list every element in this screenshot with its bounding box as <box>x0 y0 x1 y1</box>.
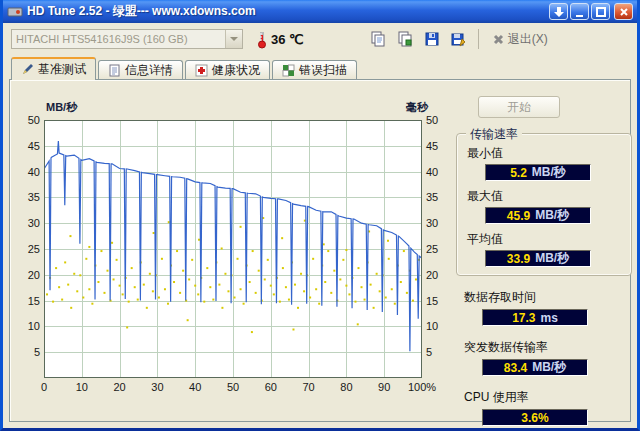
tab-health[interactable]: 健康状况 <box>185 60 270 79</box>
close-icon <box>618 6 630 18</box>
x-axis-labels: 0102030405060708090100% <box>44 381 422 395</box>
tab-error-scan-label: 错误扫描 <box>299 62 347 79</box>
axis-tick-label: 25 <box>12 243 40 255</box>
axis-tick-label: 45 <box>426 140 454 152</box>
exit-x-icon <box>492 33 505 46</box>
burst-rate-value-box: 83.4MB/秒 <box>482 359 588 376</box>
save-icon <box>424 31 440 47</box>
window-title: HD Tune 2.52 - 绿盟--- www.xdowns.com <box>27 3 256 20</box>
transfer-rate-group-title: 传输速率 <box>466 126 522 143</box>
exit-button[interactable]: 退出(X) <box>488 29 552 50</box>
results-panel: 开始 传输速率 最小值 5.2MB/秒 最大值 45.9MB/秒 平均值 33.… <box>454 80 636 421</box>
tab-info-label: 信息详情 <box>125 62 173 79</box>
pen-icon <box>21 63 34 76</box>
maximize-button[interactable] <box>591 3 610 20</box>
tab-info[interactable]: 信息详情 <box>98 60 183 79</box>
min-value-box: 5.2MB/秒 <box>485 164 591 181</box>
info-icon <box>108 64 121 77</box>
benchmark-page: MB/秒 毫秒 5045403530252015105 504540353025… <box>9 79 631 422</box>
minimize-button[interactable] <box>570 3 589 20</box>
cpu-usage-value-box: 3.6% <box>482 409 588 426</box>
temperature-value: 36 ℃ <box>271 32 304 47</box>
axis-tick-label: 40 <box>426 166 454 178</box>
download-icon <box>553 6 565 18</box>
right-axis-title: 毫秒 <box>406 100 428 115</box>
minimize-icon <box>574 6 586 18</box>
axis-tick-label: 50 <box>426 114 454 126</box>
max-value-box: 45.9MB/秒 <box>485 207 591 224</box>
transfer-rate-group: 传输速率 最小值 5.2MB/秒 最大值 45.9MB/秒 平均值 33.9MB… <box>456 133 632 276</box>
y-axis-right-labels: 5045403530252015105 <box>426 120 454 378</box>
axis-tick-label: 20 <box>113 381 125 393</box>
axis-tick-label: 5 <box>12 346 40 358</box>
axis-tick-label: 25 <box>426 243 454 255</box>
tabstrip: 基准测试 信息详情 健康状况 错误扫描 <box>3 55 637 79</box>
access-time-value-box: 17.3ms <box>482 309 588 326</box>
axis-tick-label: 20 <box>426 269 454 281</box>
tab-benchmark[interactable]: 基准测试 <box>11 57 96 79</box>
axis-tick-label: 60 <box>265 381 277 393</box>
axis-tick-label: 15 <box>426 295 454 307</box>
copy-image-button[interactable] <box>393 28 417 51</box>
axis-tick-label: 40 <box>189 381 201 393</box>
min-label: 最小值 <box>467 145 631 162</box>
thermometer-icon <box>257 29 267 49</box>
axis-tick-label: 5 <box>426 346 454 358</box>
start-button[interactable]: 开始 <box>478 96 560 118</box>
axis-tick-label: 50 <box>12 114 40 126</box>
axis-tick-label: 35 <box>12 191 40 203</box>
save-text-button[interactable] <box>420 28 444 51</box>
y-axis-left-labels: 5045403530252015105 <box>12 120 40 378</box>
avg-value-box: 33.9MB/秒 <box>485 250 591 267</box>
toolbar: HITACHI HTS541616J9S (160 GB) 36 ℃ 退出(X) <box>3 23 637 55</box>
copy-image-icon <box>397 31 413 47</box>
axis-tick-label: 30 <box>151 381 163 393</box>
axis-tick-label: 45 <box>12 140 40 152</box>
access-time-label: 数据存取时间 <box>464 289 636 306</box>
drive-select-value: HITACHI HTS541616J9S (160 GB) <box>12 30 225 48</box>
axis-tick-label: 90 <box>378 381 390 393</box>
axis-tick-label: 80 <box>340 381 352 393</box>
axis-tick-label: 100% <box>408 381 436 393</box>
axis-tick-label: 0 <box>41 381 47 393</box>
axis-tick-label: 10 <box>76 381 88 393</box>
benchmark-canvas <box>44 120 422 378</box>
axis-tick-label: 40 <box>12 166 40 178</box>
axis-tick-label: 35 <box>426 191 454 203</box>
axis-tick-label: 20 <box>12 269 40 281</box>
chevron-down-icon[interactable] <box>225 30 242 48</box>
burst-rate-label: 突发数据传输率 <box>464 339 636 356</box>
health-icon <box>195 64 208 77</box>
tab-error-scan[interactable]: 错误扫描 <box>272 60 357 79</box>
avg-label: 平均值 <box>467 231 631 248</box>
axis-tick-label: 30 <box>426 217 454 229</box>
copy-text-button[interactable] <box>366 28 390 51</box>
tab-benchmark-label: 基准测试 <box>38 61 86 78</box>
cpu-usage-label: CPU 使用率 <box>464 389 636 406</box>
max-label: 最大值 <box>467 188 631 205</box>
exit-label: 退出(X) <box>508 31 548 48</box>
hd-tune-window: HD Tune 2.52 - 绿盟--- www.xdowns.com HITA… <box>0 0 640 431</box>
axis-tick-label: 50 <box>227 381 239 393</box>
maximize-icon <box>595 6 607 18</box>
toolbar-separator <box>478 29 479 49</box>
drive-select[interactable]: HITACHI HTS541616J9S (160 GB) <box>11 29 243 49</box>
copy-icon <box>370 31 386 47</box>
app-icon <box>7 4 23 20</box>
tab-health-label: 健康状况 <box>212 62 260 79</box>
close-button[interactable] <box>614 3 633 20</box>
save-image-button[interactable] <box>447 28 471 51</box>
scan-icon <box>282 64 295 77</box>
axis-tick-label: 10 <box>426 320 454 332</box>
axis-tick-label: 30 <box>12 217 40 229</box>
axis-tick-label: 10 <box>12 320 40 332</box>
axis-tick-label: 15 <box>12 295 40 307</box>
axis-tick-label: 70 <box>302 381 314 393</box>
download-button[interactable] <box>549 3 568 20</box>
left-axis-title: MB/秒 <box>46 100 77 115</box>
save-image-icon <box>451 31 467 47</box>
titlebar[interactable]: HD Tune 2.52 - 绿盟--- www.xdowns.com <box>3 0 637 23</box>
